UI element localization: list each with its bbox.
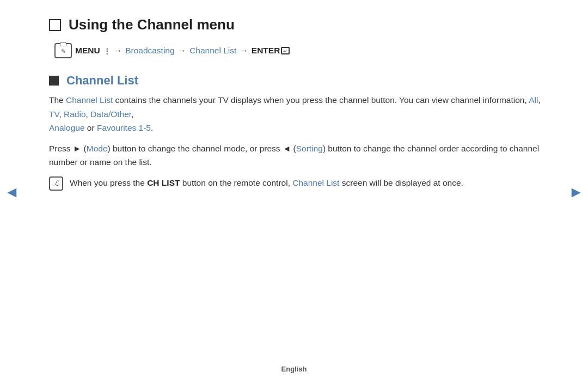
or-text: or xyxy=(85,123,97,132)
favourites-link[interactable]: Favourites 1-5 xyxy=(97,123,151,132)
menu-bars-icon: ⋮ xyxy=(103,47,111,55)
data-link[interactable]: Data/Other xyxy=(90,109,131,119)
comma4: , xyxy=(131,109,133,119)
note-icon: ℒ xyxy=(49,176,63,191)
channel-list-subsection-header: Channel List xyxy=(49,74,544,88)
footer-language: English xyxy=(281,365,307,373)
section-title-row: Using the Channel menu xyxy=(49,16,544,33)
main-content: Using the Channel menu ✎ MENU ⋮ → Broadc… xyxy=(49,16,544,191)
note-pre: When you press the xyxy=(70,178,147,187)
para1-pre: The xyxy=(49,95,66,105)
note-post: screen will be displayed at once. xyxy=(339,178,463,187)
note-mid: button on the remote control, xyxy=(180,178,292,187)
para1-channel-list-link[interactable]: Channel List xyxy=(66,95,113,105)
nav-arrow-right[interactable]: ► xyxy=(568,184,584,201)
footer: English xyxy=(281,365,307,373)
comma2: , xyxy=(59,109,64,119)
sorting-link[interactable]: Sorting xyxy=(296,144,323,153)
note-ch-list-bold: CH LIST xyxy=(147,178,180,187)
black-square-icon xyxy=(49,76,59,86)
breadcrumb-arrow1: → xyxy=(114,46,122,56)
note-block: ℒ When you press the CH LIST button on t… xyxy=(49,176,544,191)
page-title: Using the Channel menu xyxy=(69,16,235,33)
comma1: , xyxy=(538,95,540,105)
right-arrow-icon: ► xyxy=(568,184,584,200)
mode-link[interactable]: Mode xyxy=(87,144,108,153)
enter-label: ENTER xyxy=(252,46,280,56)
nav-arrow-left[interactable]: ◄ xyxy=(4,184,20,201)
radio-link[interactable]: Radio xyxy=(64,109,86,119)
menu-breadcrumb: ✎ MENU ⋮ → Broadcasting → Channel List →… xyxy=(54,43,544,58)
note-channel-list-link[interactable]: Channel List xyxy=(292,178,339,187)
menu-icon: ✎ xyxy=(54,43,72,58)
page-container: ◄ ► Using the Channel menu ✎ MENU ⋮ → Br… xyxy=(0,0,588,384)
left-arrow-icon: ◄ xyxy=(4,184,20,200)
note-text: When you press the CH LIST button on the… xyxy=(70,176,463,190)
paragraph-1: The Channel List contains the channels y… xyxy=(49,93,544,135)
tv-link[interactable]: TV xyxy=(49,109,59,119)
breadcrumb-broadcasting[interactable]: Broadcasting xyxy=(125,46,174,56)
checkbox-icon xyxy=(49,19,61,31)
breadcrumb-arrow3: → xyxy=(240,46,248,56)
paragraph-2: Press ► (Mode) button to change the chan… xyxy=(49,142,544,169)
analogue-link[interactable]: Analogue xyxy=(49,123,85,132)
para1-mid: contains the channels your TV displays w… xyxy=(113,95,529,105)
all-link[interactable]: All xyxy=(529,95,538,105)
period1: . xyxy=(151,123,153,132)
enter-icon-box: ↵ xyxy=(281,47,290,54)
channel-list-heading: Channel List xyxy=(66,74,138,88)
comma3: , xyxy=(86,109,91,119)
menu-label: MENU xyxy=(75,46,100,56)
breadcrumb-channel-list[interactable]: Channel List xyxy=(189,46,236,56)
breadcrumb-arrow2: → xyxy=(178,46,187,56)
